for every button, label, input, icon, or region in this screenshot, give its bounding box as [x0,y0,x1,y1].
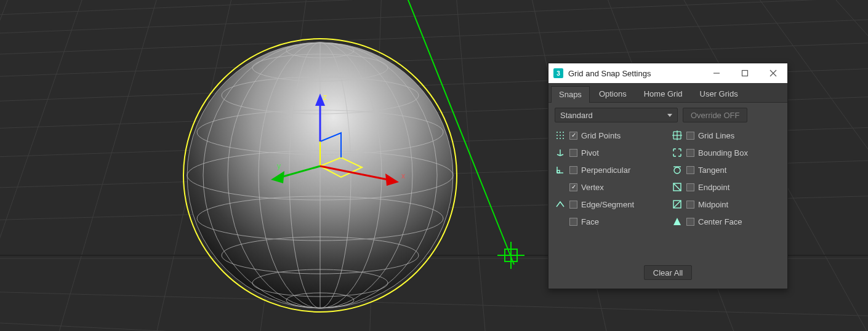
svg-rect-54 [742,71,748,76]
svg-line-11 [0,320,868,331]
svg-point-62 [563,135,564,136]
svg-line-13 [0,0,86,331]
snap-face: Face [555,215,664,228]
maximize-button[interactable] [731,63,759,83]
override-button[interactable]: Override OFF [683,108,747,122]
svg-point-78 [674,167,680,173]
minimize-button[interactable] [702,63,731,83]
svg-line-2 [0,0,868,36]
snap-endpoint-label[interactable]: Endpoint [698,183,729,192]
endpoint-icon [672,181,683,193]
svg-rect-77 [557,170,560,173]
svg-line-1 [0,0,868,17]
tab-options[interactable]: Options [591,86,635,102]
tangent-icon [672,164,683,175]
snap-pivot: Pivot [555,146,664,159]
snap-type-value: Standard [560,111,593,120]
snap-pivot-checkbox[interactable] [569,149,577,157]
snap-endpoint-checkbox[interactable] [686,183,694,191]
tab-home-grid[interactable]: Home Grid [636,86,691,102]
snap-face-label[interactable]: Face [581,217,599,226]
svg-point-59 [563,132,564,133]
snap-edge-segment-checkbox[interactable] [569,201,577,209]
svg-point-63 [557,138,558,139]
snap-grid-lines-label[interactable]: Grid Lines [698,131,734,140]
tab-snaps[interactable]: Snaps [551,86,590,103]
grid-points-icon [555,130,566,141]
sphere-object[interactable] [183,39,457,312]
chevron-down-icon [667,114,672,117]
snap-midpoint: Midpoint [672,197,781,211]
dialog-tabs: Snaps Options Home Grid User Grids [549,83,787,103]
midpoint-icon [672,199,683,210]
snap-grid-lines: Grid Lines [672,129,781,142]
snap-midpoint-checkbox[interactable] [686,201,694,209]
tab-user-grids[interactable]: User Grids [692,86,746,102]
svg-line-12 [0,0,12,331]
snaps-panel: Standard Override OFF Grid Points [549,103,787,289]
axis-x-label: x [401,172,405,180]
snap-perpendicular: Perpendicular [555,163,664,177]
svg-line-3 [0,17,868,57]
bounding-box-icon [672,147,683,158]
svg-line-10 [0,290,868,317]
snap-endpoint: Endpoint [672,180,781,194]
vertex-icon [555,181,566,193]
pivot-icon [555,147,566,158]
snap-center-face-checkbox[interactable] [686,218,694,226]
svg-line-18 [456,0,486,331]
svg-line-23 [825,0,868,331]
svg-point-65 [563,138,564,139]
snap-pivot-label[interactable]: Pivot [581,148,599,158]
snap-edge-segment: Edge/Segment [555,197,664,211]
svg-marker-84 [673,218,681,225]
svg-point-60 [557,135,558,136]
dialog-title: Grid and Snap Settings [568,69,702,78]
snap-grid-points-label[interactable]: Grid Points [581,131,621,140]
svg-point-61 [560,135,561,136]
snap-tangent-label[interactable]: Tangent [698,166,726,175]
dialog-titlebar[interactable]: 3 Grid and Snap Settings [549,63,787,83]
snap-perpendicular-label[interactable]: Perpendicular [581,166,630,175]
face-icon [555,216,566,227]
snap-grid-lines-checkbox[interactable] [686,132,694,140]
snap-bounding-box-checkbox[interactable] [686,149,694,157]
svg-line-81 [673,183,681,191]
snap-vertex-label[interactable]: Vertex [581,183,604,192]
snap-bounding-box: Bounding Box [672,146,781,159]
svg-point-58 [560,132,561,133]
snap-tangent-checkbox[interactable] [686,166,694,174]
snap-face-checkbox[interactable] [569,218,577,226]
axis-y-label: y [277,162,281,170]
clear-all-button[interactable]: Clear All [644,265,692,280]
snap-perpendicular-checkbox[interactable] [569,166,577,174]
svg-line-83 [673,201,681,208]
snap-vertex: Vertex [555,180,664,194]
snap-grid-points: Grid Points [555,129,664,142]
edge-segment-icon [555,199,566,210]
snap-center-face: Center Face [672,215,781,228]
snap-vertex-checkbox[interactable] [569,183,577,191]
snap-tangent: Tangent [672,163,781,177]
axis-z-label: z [323,93,327,102]
svg-point-64 [560,138,561,139]
snap-midpoint-label[interactable]: Midpoint [698,200,728,209]
svg-point-57 [557,132,558,133]
svg-line-74 [560,154,563,156]
snap-type-dropdown[interactable]: Standard [555,108,678,122]
center-face-icon [672,216,683,227]
app-icon: 3 [553,68,563,78]
close-button[interactable] [759,63,787,83]
svg-line-73 [557,154,560,156]
grid-snap-settings-dialog: 3 Grid and Snap Settings Snaps Options H… [548,63,788,289]
grid-lines-icon [672,130,683,141]
perpendicular-icon [555,164,566,175]
snap-edge-segment-label[interactable]: Edge/Segment [581,200,634,209]
snap-center-face-label[interactable]: Center Face [698,217,742,226]
snap-bounding-box-label[interactable]: Bounding Box [698,148,748,158]
snap-grid-points-checkbox[interactable] [569,132,577,140]
